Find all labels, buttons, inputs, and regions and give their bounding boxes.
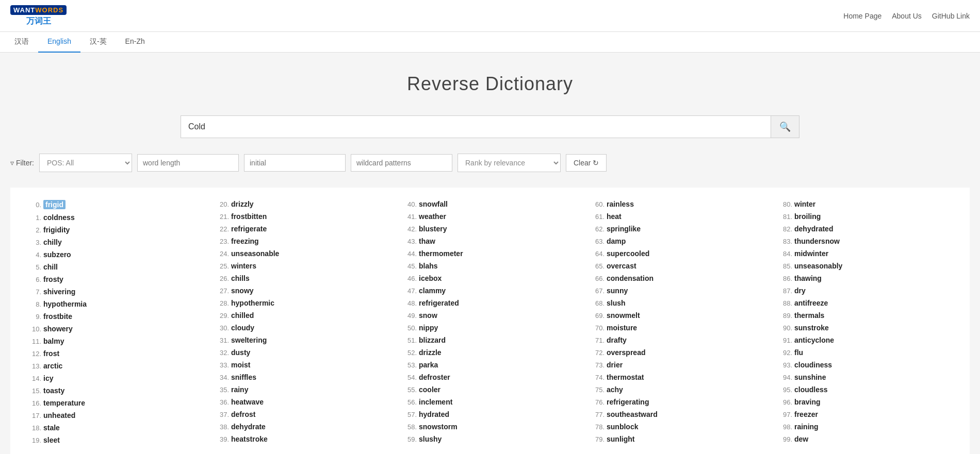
result-word[interactable]: hypothermia bbox=[43, 300, 87, 308]
result-word[interactable]: refrigerated bbox=[419, 299, 459, 307]
result-word[interactable]: shivering bbox=[43, 288, 75, 296]
result-word[interactable]: cooler bbox=[419, 385, 440, 394]
result-word[interactable]: thundersnow bbox=[794, 237, 840, 245]
result-word[interactable]: thawing bbox=[794, 274, 822, 282]
result-word[interactable]: unheated bbox=[43, 411, 75, 419]
tab-en-zh[interactable]: En-Zh bbox=[116, 32, 154, 53]
result-word[interactable]: hypothermic bbox=[231, 299, 274, 307]
result-word[interactable]: braving bbox=[794, 398, 821, 406]
result-word[interactable]: antifreeze bbox=[794, 299, 828, 307]
result-word[interactable]: southeastward bbox=[607, 410, 658, 418]
tab-english[interactable]: English bbox=[38, 32, 80, 53]
pos-filter-select[interactable]: POS: All bbox=[39, 154, 132, 172]
result-word[interactable]: temperature bbox=[43, 399, 85, 407]
result-word[interactable]: dry bbox=[794, 287, 806, 295]
result-word[interactable]: drizzle bbox=[419, 348, 442, 357]
result-word[interactable]: slush bbox=[607, 299, 626, 307]
result-word[interactable]: frigidity bbox=[43, 226, 70, 234]
result-word[interactable]: moist bbox=[231, 361, 250, 369]
result-word[interactable]: dehydrate bbox=[231, 423, 266, 431]
result-word[interactable]: sniffles bbox=[231, 373, 256, 381]
result-word[interactable]: arctic bbox=[43, 362, 62, 370]
result-word[interactable]: stale bbox=[43, 424, 60, 432]
result-word[interactable]: rainless bbox=[607, 200, 634, 208]
clear-button[interactable]: Clear ↻ bbox=[566, 154, 607, 172]
result-word[interactable]: frigid bbox=[43, 200, 66, 209]
result-word[interactable]: heatwave bbox=[231, 398, 264, 406]
result-word[interactable]: chilled bbox=[231, 311, 254, 320]
result-word[interactable]: chills bbox=[231, 274, 250, 282]
home-page-link[interactable]: Home Page bbox=[843, 12, 881, 20]
result-word[interactable]: snowfall bbox=[419, 200, 448, 208]
result-word[interactable]: frosty bbox=[43, 275, 63, 283]
result-word[interactable]: icy bbox=[43, 374, 53, 382]
result-word[interactable]: drafty bbox=[607, 336, 627, 344]
result-word[interactable]: thermometer bbox=[419, 249, 463, 258]
result-word[interactable]: blustery bbox=[419, 225, 447, 233]
result-word[interactable]: winters bbox=[231, 262, 256, 270]
result-word[interactable]: frost bbox=[43, 349, 59, 358]
result-word[interactable]: nippy bbox=[419, 324, 438, 332]
about-us-link[interactable]: About Us bbox=[892, 12, 922, 20]
result-word[interactable]: sunlight bbox=[607, 435, 634, 443]
result-word[interactable]: snowstorm bbox=[419, 423, 458, 431]
result-word[interactable]: drier bbox=[607, 361, 623, 369]
result-word[interactable]: clammy bbox=[419, 287, 446, 295]
result-word[interactable]: springlike bbox=[607, 225, 641, 233]
result-word[interactable]: dusty bbox=[231, 348, 250, 357]
github-link-nav[interactable]: GitHub Link bbox=[932, 12, 970, 20]
result-word[interactable]: defroster bbox=[419, 373, 450, 381]
result-word[interactable]: unseasonable bbox=[231, 249, 279, 258]
result-word[interactable]: midwinter bbox=[794, 249, 828, 258]
result-word[interactable]: flu bbox=[794, 348, 803, 357]
result-word[interactable]: cloudy bbox=[231, 324, 254, 332]
result-word[interactable]: icebox bbox=[419, 274, 442, 282]
result-word[interactable]: parka bbox=[419, 361, 438, 369]
result-word[interactable]: drizzly bbox=[231, 200, 254, 208]
result-word[interactable]: snowy bbox=[231, 287, 254, 295]
result-word[interactable]: frostbite bbox=[43, 312, 72, 321]
result-word[interactable]: balmy bbox=[43, 337, 64, 345]
result-word[interactable]: dehydrated bbox=[794, 225, 833, 233]
result-word[interactable]: refrigerating bbox=[607, 398, 649, 406]
result-word[interactable]: dew bbox=[794, 435, 808, 443]
result-word[interactable]: sleet bbox=[43, 436, 60, 444]
word-length-input[interactable] bbox=[137, 154, 239, 172]
result-word[interactable]: damp bbox=[607, 237, 626, 245]
result-word[interactable]: anticyclone bbox=[794, 336, 834, 344]
result-word[interactable]: refrigerate bbox=[231, 225, 267, 233]
result-word[interactable]: thermals bbox=[794, 311, 824, 320]
result-word[interactable]: freezer bbox=[794, 410, 818, 418]
result-word[interactable]: rainy bbox=[231, 385, 248, 394]
result-word[interactable]: blizzard bbox=[419, 336, 446, 344]
result-word[interactable]: subzero bbox=[43, 250, 71, 259]
result-word[interactable]: broiling bbox=[794, 212, 821, 221]
result-word[interactable]: showery bbox=[43, 325, 73, 333]
result-word[interactable]: sunstroke bbox=[794, 324, 829, 332]
initial-input[interactable] bbox=[244, 154, 346, 172]
rank-select[interactable]: Rank by relevance Rank by alphabet bbox=[458, 154, 561, 172]
result-word[interactable]: cloudless bbox=[794, 385, 828, 394]
result-word[interactable]: achy bbox=[607, 385, 623, 394]
result-word[interactable]: moisture bbox=[607, 324, 637, 332]
result-word[interactable]: snowmelt bbox=[607, 311, 640, 320]
result-word[interactable]: sunny bbox=[607, 287, 628, 295]
result-word[interactable]: coldness bbox=[43, 213, 75, 222]
result-word[interactable]: freezing bbox=[231, 237, 259, 245]
result-word[interactable]: sweltering bbox=[231, 336, 267, 344]
result-word[interactable]: inclement bbox=[419, 398, 452, 406]
result-word[interactable]: overspread bbox=[607, 348, 645, 357]
result-word[interactable]: sunblock bbox=[607, 423, 638, 431]
result-word[interactable]: weather bbox=[419, 212, 446, 221]
result-word[interactable]: chilly bbox=[43, 238, 62, 246]
search-input[interactable] bbox=[181, 116, 771, 138]
result-word[interactable]: snow bbox=[419, 311, 437, 320]
result-word[interactable]: blahs bbox=[419, 262, 438, 270]
result-word[interactable]: sunshine bbox=[794, 373, 826, 381]
tab-chinese-english[interactable]: 汉-英 bbox=[80, 32, 116, 53]
result-word[interactable]: heat bbox=[607, 212, 622, 221]
result-word[interactable]: raining bbox=[794, 423, 819, 431]
search-button[interactable]: 🔍 bbox=[771, 116, 799, 138]
result-word[interactable]: condensation bbox=[607, 274, 654, 282]
result-word[interactable]: heatstroke bbox=[231, 435, 268, 443]
